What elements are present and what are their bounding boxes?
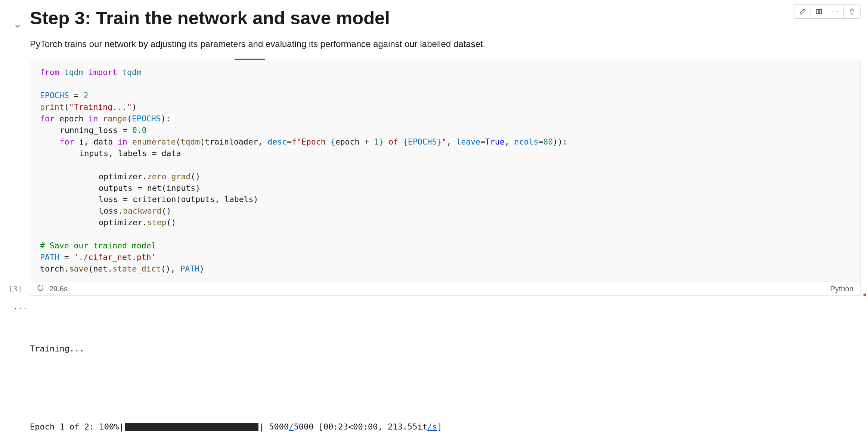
spinner-icon xyxy=(37,284,44,291)
delete-cell-button[interactable] xyxy=(844,5,860,18)
svg-rect-1 xyxy=(819,9,822,13)
cell-elapsed-time: 29.6s xyxy=(49,285,68,293)
pencil-icon xyxy=(799,8,806,15)
more-actions-button[interactable]: ··· xyxy=(827,5,844,18)
code-cell: from tqdm import tqdm EPOCHS = 2 print("… xyxy=(30,60,861,434)
svg-rect-0 xyxy=(816,9,819,13)
kernel-name[interactable]: Python xyxy=(830,285,853,293)
trash-icon xyxy=(849,8,855,15)
section-heading: Step 3: Train the network and save model xyxy=(30,7,861,28)
code-editor[interactable]: from tqdm import tqdm EPOCHS = 2 print("… xyxy=(30,60,861,282)
split-icon xyxy=(816,8,822,15)
ellipsis-icon: ··· xyxy=(831,8,839,16)
edit-markdown-button[interactable] xyxy=(794,5,811,18)
cell-running-spinner xyxy=(37,284,44,293)
chevron-down-icon xyxy=(14,22,21,29)
output-expand-button[interactable]: ··· xyxy=(13,303,28,314)
output-line-training: Training... xyxy=(30,342,861,355)
split-cell-button[interactable] xyxy=(811,5,827,18)
minimap-marker xyxy=(864,294,866,296)
markdown-cell-toolbar: ··· xyxy=(794,4,861,19)
section-description: PyTorch trains our network by adjusting … xyxy=(30,39,861,49)
collapse-section-chevron[interactable] xyxy=(14,22,21,31)
execution-count: [3] xyxy=(9,284,22,293)
cell-output: ··· Training... Epoch 1 of 2: 100%|| 500… xyxy=(30,303,861,434)
cell-status-bar: [3] 29.6s Python xyxy=(30,282,861,296)
output-progress-epoch1: Epoch 1 of 2: 100%|| 5000/5000 [00:23<00… xyxy=(30,421,861,433)
